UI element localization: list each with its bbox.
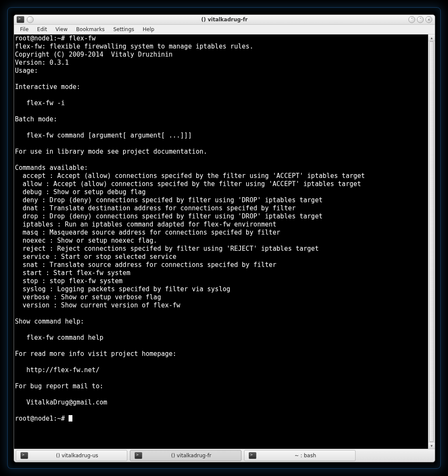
cursor-icon bbox=[69, 415, 72, 422]
terminal-output[interactable]: root@node1:~# flex-fw flex-fw: flexible … bbox=[14, 34, 428, 449]
terminal-line: Version: 0.3.1 bbox=[15, 59, 69, 66]
terminal-line: For bug report mail to: bbox=[15, 382, 103, 390]
menu-edit[interactable]: Edit bbox=[33, 26, 51, 33]
terminal-line: Show command help: bbox=[15, 318, 84, 325]
taskbar-item-label: ~ : bash bbox=[260, 453, 351, 459]
terminal-line: stop : stop flex-fw system bbox=[15, 277, 123, 285]
minimize-button[interactable]: ˅ bbox=[408, 16, 415, 23]
terminal-line: VitalkaDrug@gmail.com bbox=[15, 399, 107, 406]
terminal-line: verbose : Show or setup verbose flag bbox=[15, 293, 161, 301]
terminal-line: version : Show current version of flex-f… bbox=[15, 301, 180, 309]
terminal-prompt: root@node1:~# bbox=[15, 415, 69, 422]
terminal-line: dnat : Translate destination address for… bbox=[15, 204, 296, 212]
terminal-line: drop : Drop (deny) connections specifed … bbox=[15, 212, 322, 220]
window-title: () vitalkadrug-fr bbox=[14, 17, 435, 23]
taskbar-item-bash[interactable]: ~ : bash bbox=[244, 450, 356, 461]
menu-settings[interactable]: Settings bbox=[109, 26, 138, 33]
scroll-thumb[interactable] bbox=[429, 41, 434, 442]
terminal-line: masq : Masquearde source address for con… bbox=[15, 229, 280, 236]
terminal-line: Interactive mode: bbox=[15, 83, 80, 91]
taskbar: () vitalkadrug-us () vitalkadrug-fr ~ : … bbox=[14, 449, 435, 462]
menubar: File Edit View Bookmarks Settings Help bbox=[14, 25, 435, 34]
terminal-line: http://flex-fw.net/ bbox=[15, 366, 100, 374]
terminal-line: For read more info visit project homepag… bbox=[15, 350, 176, 358]
terminal-line: syslog : Logging packets specifed by fil… bbox=[15, 285, 230, 293]
terminal-line: snat : Translate source address for conn… bbox=[15, 261, 276, 269]
terminal-line: debug : Show or setup debug flag bbox=[15, 188, 146, 196]
menu-view[interactable]: View bbox=[51, 26, 72, 33]
menu-bookmarks[interactable]: Bookmarks bbox=[72, 26, 109, 33]
pin-icon[interactable] bbox=[27, 16, 34, 23]
terminal-line: Commands available: bbox=[15, 164, 88, 172]
taskbar-item-label: () vitalkadrug-us bbox=[32, 453, 123, 459]
terminal-line: noexec : Show or setup noexec flag. bbox=[15, 237, 157, 244]
terminal-window: () vitalkadrug-fr ˅ ˄ × File Edit View B… bbox=[14, 14, 435, 462]
terminal-line: flex-fw command [argument[ argument[ ...… bbox=[15, 132, 192, 139]
scroll-down-button[interactable]: ▾ bbox=[428, 442, 435, 449]
terminal-line: deny : Drop (deny) connections specifed … bbox=[15, 196, 322, 204]
terminal-icon bbox=[20, 452, 28, 459]
vertical-scrollbar[interactable]: ▴ ▾ bbox=[428, 34, 435, 449]
menu-file[interactable]: File bbox=[16, 26, 33, 33]
terminal-line: Usage: bbox=[15, 67, 38, 75]
taskbar-item-vitalkadrug-us[interactable]: () vitalkadrug-us bbox=[16, 450, 127, 461]
menu-help[interactable]: Help bbox=[138, 26, 158, 33]
titlebar[interactable]: () vitalkadrug-fr ˅ ˄ × bbox=[14, 15, 435, 25]
app-icon bbox=[17, 16, 24, 23]
scroll-track[interactable] bbox=[428, 41, 435, 442]
terminal-line: accept : Accept (allow) connections spec… bbox=[15, 172, 365, 180]
terminal-line: start : Start flex-fw system bbox=[15, 269, 130, 277]
maximize-button[interactable]: ˄ bbox=[417, 16, 424, 23]
scroll-up-button[interactable]: ▴ bbox=[428, 34, 435, 41]
terminal-line: service : Start or stop selected service bbox=[15, 253, 176, 261]
terminal-line: allow : Accept (allow) connections speci… bbox=[15, 180, 361, 188]
taskbar-item-vitalkadrug-fr[interactable]: () vitalkadrug-fr bbox=[130, 450, 241, 461]
taskbar-item-label: () vitalkadrug-fr bbox=[146, 453, 237, 459]
terminal-icon bbox=[135, 452, 142, 459]
terminal-line: For use in library mode see project docu… bbox=[15, 148, 207, 155]
terminal-line: Batch mode: bbox=[15, 115, 57, 123]
terminal-icon bbox=[249, 452, 256, 459]
content-area: root@node1:~# flex-fw flex-fw: flexible … bbox=[14, 34, 435, 449]
terminal-line: root@node1:~# flex-fw bbox=[15, 34, 96, 42]
terminal-line: iptables : Run an iptables command adapt… bbox=[15, 221, 276, 228]
close-button[interactable]: × bbox=[425, 16, 432, 23]
terminal-line: flex-fw: flexible firewalling system to … bbox=[15, 43, 253, 50]
terminal-line: flex-fw command help bbox=[15, 334, 103, 341]
terminal-line: Copyright (C) 2009-2014 Vitaly Druzhinin bbox=[15, 51, 172, 58]
terminal-line: reject : Reject connections specifed by … bbox=[15, 245, 319, 252]
terminal-line: flex-fw -i bbox=[15, 99, 65, 107]
